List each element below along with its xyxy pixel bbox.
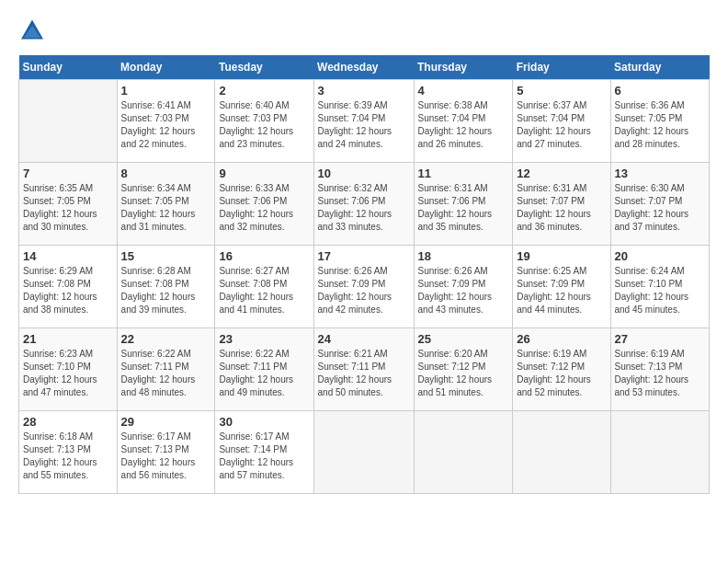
- day-info: Sunrise: 6:36 AMSunset: 7:05 PMDaylight:…: [615, 99, 706, 151]
- calendar-cell: 20Sunrise: 6:24 AMSunset: 7:10 PMDayligh…: [610, 246, 710, 328]
- day-info: Sunrise: 6:18 AMSunset: 7:13 PMDaylight:…: [23, 431, 113, 482]
- day-number: 2: [219, 84, 309, 98]
- day-number: 8: [121, 167, 211, 180]
- calendar-cell: [513, 411, 610, 494]
- day-number: 24: [318, 332, 410, 346]
- week-row-5: 28Sunrise: 6:18 AMSunset: 7:13 PMDayligh…: [19, 411, 710, 494]
- day-info: Sunrise: 6:38 AMSunset: 7:04 PMDaylight:…: [418, 99, 509, 151]
- day-number: 27: [615, 332, 706, 346]
- day-number: 14: [23, 249, 113, 263]
- day-number: 28: [23, 415, 113, 429]
- calendar-cell: [414, 411, 513, 494]
- calendar-cell: 28Sunrise: 6:18 AMSunset: 7:13 PMDayligh…: [19, 411, 118, 494]
- day-info: Sunrise: 6:22 AMSunset: 7:11 PMDaylight:…: [219, 348, 309, 399]
- day-info: Sunrise: 6:41 AMSunset: 7:03 PMDaylight:…: [121, 99, 211, 151]
- weekday-header-sunday: Sunday: [19, 55, 118, 80]
- day-number: 21: [23, 332, 113, 346]
- day-info: Sunrise: 6:31 AMSunset: 7:07 PMDaylight:…: [517, 182, 606, 234]
- calendar-cell: 6Sunrise: 6:36 AMSunset: 7:05 PMDaylight…: [610, 80, 710, 163]
- day-number: 16: [219, 249, 309, 263]
- weekday-header-thursday: Thursday: [414, 55, 513, 80]
- day-info: Sunrise: 6:17 AMSunset: 7:14 PMDaylight:…: [219, 431, 309, 482]
- day-number: 23: [219, 332, 309, 346]
- day-number: 3: [318, 84, 410, 98]
- calendar-cell: 4Sunrise: 6:38 AMSunset: 7:04 PMDaylight…: [414, 80, 513, 163]
- page-header: [18, 18, 710, 46]
- day-number: 4: [418, 84, 509, 98]
- day-info: Sunrise: 6:17 AMSunset: 7:13 PMDaylight:…: [121, 431, 211, 482]
- day-number: 15: [121, 249, 211, 263]
- day-info: Sunrise: 6:22 AMSunset: 7:11 PMDaylight:…: [121, 348, 211, 399]
- day-info: Sunrise: 6:27 AMSunset: 7:08 PMDaylight:…: [219, 265, 309, 316]
- calendar-cell: 30Sunrise: 6:17 AMSunset: 7:14 PMDayligh…: [215, 411, 313, 494]
- calendar-cell: 17Sunrise: 6:26 AMSunset: 7:09 PMDayligh…: [313, 246, 414, 328]
- day-info: Sunrise: 6:23 AMSunset: 7:10 PMDaylight:…: [23, 348, 113, 399]
- day-number: 12: [517, 167, 606, 180]
- day-info: Sunrise: 6:31 AMSunset: 7:06 PMDaylight:…: [418, 182, 509, 234]
- day-info: Sunrise: 6:25 AMSunset: 7:09 PMDaylight:…: [517, 265, 606, 316]
- day-number: 9: [219, 167, 309, 180]
- calendar-cell: 27Sunrise: 6:19 AMSunset: 7:13 PMDayligh…: [610, 328, 710, 411]
- calendar-cell: 29Sunrise: 6:17 AMSunset: 7:13 PMDayligh…: [117, 411, 215, 494]
- day-number: 18: [418, 249, 509, 263]
- calendar-cell: 14Sunrise: 6:29 AMSunset: 7:08 PMDayligh…: [19, 246, 118, 328]
- weekday-header-row: SundayMondayTuesdayWednesdayThursdayFrid…: [19, 55, 710, 80]
- day-number: 5: [517, 84, 606, 98]
- day-info: Sunrise: 6:35 AMSunset: 7:05 PMDaylight:…: [23, 182, 113, 234]
- day-number: 17: [318, 249, 410, 263]
- day-number: 26: [517, 332, 606, 346]
- weekday-header-friday: Friday: [513, 55, 610, 80]
- week-row-2: 7Sunrise: 6:35 AMSunset: 7:05 PMDaylight…: [19, 163, 710, 246]
- day-info: Sunrise: 6:26 AMSunset: 7:09 PMDaylight:…: [318, 265, 410, 316]
- day-number: 11: [418, 167, 509, 180]
- day-number: 1: [121, 84, 211, 98]
- day-number: 22: [121, 332, 211, 346]
- day-info: Sunrise: 6:33 AMSunset: 7:06 PMDaylight:…: [219, 182, 309, 234]
- day-info: Sunrise: 6:21 AMSunset: 7:11 PMDaylight:…: [318, 348, 410, 399]
- day-info: Sunrise: 6:37 AMSunset: 7:04 PMDaylight:…: [517, 99, 606, 151]
- week-row-1: 1Sunrise: 6:41 AMSunset: 7:03 PMDaylight…: [19, 80, 710, 163]
- day-number: 29: [121, 415, 211, 429]
- calendar-cell: 5Sunrise: 6:37 AMSunset: 7:04 PMDaylight…: [513, 80, 610, 163]
- day-info: Sunrise: 6:26 AMSunset: 7:09 PMDaylight:…: [418, 265, 509, 316]
- day-info: Sunrise: 6:30 AMSunset: 7:07 PMDaylight:…: [615, 182, 706, 234]
- day-number: 13: [615, 167, 706, 180]
- weekday-header-monday: Monday: [117, 55, 215, 80]
- day-info: Sunrise: 6:24 AMSunset: 7:10 PMDaylight:…: [615, 265, 706, 316]
- calendar-cell: 9Sunrise: 6:33 AMSunset: 7:06 PMDaylight…: [215, 163, 313, 246]
- calendar-cell: 8Sunrise: 6:34 AMSunset: 7:05 PMDaylight…: [117, 163, 215, 246]
- calendar-cell: 18Sunrise: 6:26 AMSunset: 7:09 PMDayligh…: [414, 246, 513, 328]
- calendar-cell: 19Sunrise: 6:25 AMSunset: 7:09 PMDayligh…: [513, 246, 610, 328]
- week-row-4: 21Sunrise: 6:23 AMSunset: 7:10 PMDayligh…: [19, 328, 710, 411]
- calendar-cell: 12Sunrise: 6:31 AMSunset: 7:07 PMDayligh…: [513, 163, 610, 246]
- calendar-cell: 2Sunrise: 6:40 AMSunset: 7:03 PMDaylight…: [215, 80, 313, 163]
- calendar-cell: [313, 411, 414, 494]
- day-info: Sunrise: 6:40 AMSunset: 7:03 PMDaylight:…: [219, 99, 309, 151]
- calendar-cell: 10Sunrise: 6:32 AMSunset: 7:06 PMDayligh…: [313, 163, 414, 246]
- day-info: Sunrise: 6:19 AMSunset: 7:12 PMDaylight:…: [517, 348, 606, 399]
- calendar-cell: 3Sunrise: 6:39 AMSunset: 7:04 PMDaylight…: [313, 80, 414, 163]
- calendar-cell: [19, 80, 118, 163]
- day-info: Sunrise: 6:20 AMSunset: 7:12 PMDaylight:…: [418, 348, 509, 399]
- day-info: Sunrise: 6:32 AMSunset: 7:06 PMDaylight:…: [318, 182, 410, 234]
- calendar-cell: 23Sunrise: 6:22 AMSunset: 7:11 PMDayligh…: [215, 328, 313, 411]
- calendar-cell: 21Sunrise: 6:23 AMSunset: 7:10 PMDayligh…: [19, 328, 118, 411]
- day-number: 25: [418, 332, 509, 346]
- day-number: 20: [615, 249, 706, 263]
- day-number: 19: [517, 249, 606, 263]
- day-number: 7: [23, 167, 113, 180]
- calendar-cell: 11Sunrise: 6:31 AMSunset: 7:06 PMDayligh…: [414, 163, 513, 246]
- calendar-cell: 16Sunrise: 6:27 AMSunset: 7:08 PMDayligh…: [215, 246, 313, 328]
- day-number: 6: [615, 84, 706, 98]
- calendar-cell: [610, 411, 710, 494]
- day-info: Sunrise: 6:28 AMSunset: 7:08 PMDaylight:…: [121, 265, 211, 316]
- day-info: Sunrise: 6:39 AMSunset: 7:04 PMDaylight:…: [318, 99, 410, 151]
- weekday-header-saturday: Saturday: [610, 55, 710, 80]
- day-number: 30: [219, 415, 309, 429]
- day-info: Sunrise: 6:34 AMSunset: 7:05 PMDaylight:…: [121, 182, 211, 234]
- calendar-cell: 24Sunrise: 6:21 AMSunset: 7:11 PMDayligh…: [313, 328, 414, 411]
- weekday-header-tuesday: Tuesday: [215, 55, 313, 80]
- calendar-cell: 26Sunrise: 6:19 AMSunset: 7:12 PMDayligh…: [513, 328, 610, 411]
- day-info: Sunrise: 6:19 AMSunset: 7:13 PMDaylight:…: [615, 348, 706, 399]
- weekday-header-wednesday: Wednesday: [313, 55, 414, 80]
